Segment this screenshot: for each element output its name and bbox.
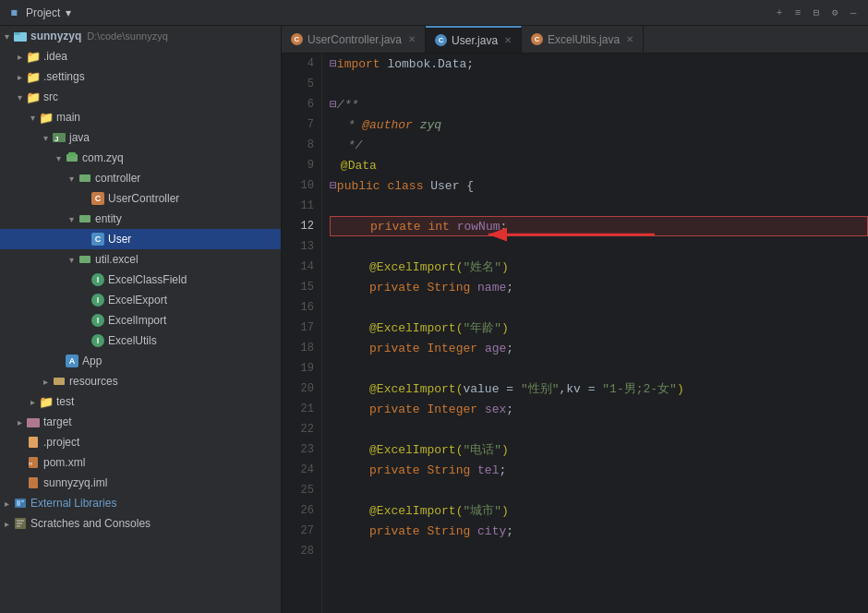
collapse-btn[interactable]: ⊟ [809,6,824,20]
tree-item-settings[interactable]: 📁 .settings [0,66,281,87]
main-layout: sunnyzyq D:\code\sunnyzyq 📁 .idea 📁 .set… [0,26,868,613]
tab-user[interactable]: C User.java ✕ [426,26,522,53]
tree-item-controller[interactable]: controller [0,168,281,188]
code-line-5 [330,74,868,94]
file-tree: sunnyzyq D:\code\sunnyzyq 📁 .idea 📁 .set… [0,26,281,613]
ln-11: 11 [282,196,321,216]
tree-item-comzyq[interactable]: com.zyq [0,148,281,168]
tree-item-src[interactable]: 📁 src [0,87,281,107]
tree-item-extlibs[interactable]: External Libraries [0,493,281,513]
code-editor[interactable]: 4 5 6 7 8 9 10 11 12 13 14 15 16 17 18 1… [282,54,868,613]
ln-5: 5 [282,74,321,94]
ln-22: 22 [282,419,321,439]
tab-usercontroller-close[interactable]: ✕ [408,34,416,44]
main-arrow [26,113,39,123]
test-label: test [56,395,74,408]
test-folder-icon: 📁 [39,394,54,409]
settings-arrow [13,72,26,82]
code-line-28 [330,541,868,561]
ln-6: 6 [282,94,321,114]
minimize-btn[interactable]: — [846,6,861,20]
tab-bar: C UserController.java ✕ C User.java ✕ C … [282,26,868,54]
svg-rect-8 [79,256,90,263]
title-bar-project-label: Project [26,6,60,19]
tree-item-project-file[interactable]: .project [0,432,281,452]
code-line-13 [330,236,868,257]
utilexcel-label: util.excel [95,253,139,266]
tree-item-test[interactable]: 📁 test [0,391,281,412]
src-folder-icon: 📁 [26,90,41,104]
tree-item-excelimport[interactable]: I ExcelImport [0,310,281,331]
code-line-25 [330,480,868,500]
ln-24: 24 [282,460,321,480]
target-arrow [13,417,26,427]
svg-rect-16 [17,500,20,506]
tree-item-excelclassfield[interactable]: I ExcelClassField [0,270,281,290]
tree-item-entity[interactable]: entity [0,209,281,229]
settings-btn[interactable]: ⚙ [827,6,842,20]
new-file-btn[interactable]: + [772,6,787,20]
tree-root[interactable]: sunnyzyq D:\code\sunnyzyq [0,26,281,46]
list-btn[interactable]: ≡ [790,6,805,20]
ln-10: 10 [282,175,321,196]
svg-text:J: J [54,135,58,143]
tree-item-excelexport[interactable]: I ExcelExport [0,290,281,310]
ln-7: 7 [282,114,321,135]
code-content[interactable]: ⊟ import lombok.Data; ⊟ /** ⊟ * @author … [322,54,868,613]
ln-9: 9 [282,155,321,175]
code-line-9: ⊟ @Data [330,155,868,175]
svg-rect-6 [79,174,90,182]
user-label: User [108,233,131,246]
scratches-icon [13,516,28,531]
settings-folder-icon: 📁 [26,69,41,84]
tree-item-java[interactable]: J java [0,127,281,148]
app-label: App [82,355,102,367]
extlibs-icon [13,496,28,511]
tree-item-app[interactable]: A App [0,351,281,371]
tree-item-resources[interactable]: resources [0,371,281,391]
code-line-4: ⊟ import lombok.Data; [330,54,868,74]
iml-label: sunnyzyq.iml [43,476,107,489]
utilexcel-arrow [65,255,78,265]
code-line-18: ⊟ private Integer age; [330,338,868,358]
line-numbers: 4 5 6 7 8 9 10 11 12 13 14 15 16 17 18 1… [282,54,322,613]
tab-excelutils[interactable]: C ExcelUtils.java ✕ [522,26,644,53]
ln-28: 28 [282,541,321,561]
root-label: sunnyzyq [30,30,81,42]
root-path: D:\code\sunnyzyq [87,30,167,42]
tree-item-user[interactable]: C User [0,229,281,249]
tree-item-iml[interactable]: sunnyzyq.iml [0,473,281,493]
code-line-20: ⊟ @ExcelImport(value = "性别",kv = "1-男;2-… [330,379,868,399]
excelclassfield-label: ExcelClassField [108,273,187,286]
controller-package-icon [78,171,92,186]
tree-item-main[interactable]: 📁 main [0,107,281,127]
tree-item-usercontroller[interactable]: C UserController [0,188,281,209]
tab-usercontroller[interactable]: C UserController.java ✕ [282,26,426,53]
tree-item-pomxml[interactable]: m pom.xml [0,452,281,473]
user-class-icon: C [90,232,105,246]
code-line-11 [330,196,868,216]
projectfile-label: .project [43,436,79,449]
ln-12: 12 [282,216,321,236]
project-icon: ◼ [7,6,20,19]
code-line-23: ⊟ @ExcelImport("电话") [330,439,868,460]
idea-arrow [13,52,26,62]
tab-excelutils-close[interactable]: ✕ [626,34,633,44]
ln-19: 19 [282,358,321,379]
src-arrow [13,92,26,102]
tree-item-idea[interactable]: 📁 .idea [0,46,281,66]
java-arrow [39,133,52,143]
tree-item-excelutils[interactable]: I ExcelUtils [0,331,281,351]
ln-18: 18 [282,338,321,358]
tab-user-close[interactable]: ✕ [504,35,512,45]
resources-label: resources [69,375,118,388]
tree-item-utilexcel[interactable]: util.excel [0,249,281,270]
excelutils-icon: I [90,333,105,348]
scratches-arrow [0,519,13,529]
svg-rect-14 [29,477,38,488]
tree-item-scratches[interactable]: Scratches and Consoles [0,513,281,534]
tree-item-target[interactable]: target [0,412,281,432]
target-folder-icon [26,415,41,429]
ln-14: 14 [282,257,321,277]
excelclassfield-icon: I [90,272,105,287]
